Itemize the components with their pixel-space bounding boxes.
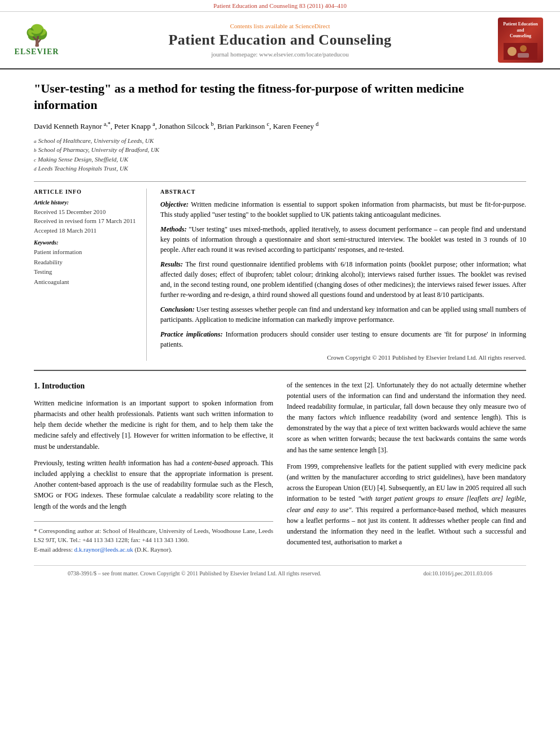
logo-text-line1: Patient EducationandCounseling <box>502 20 539 40</box>
article-info-label: ARTICLE INFO <box>34 189 137 195</box>
divider-2 <box>34 370 526 371</box>
journal-title: Patient Education and Counseling <box>73 32 487 49</box>
issn-text: 0738-3991/$ – see front matter. Crown Co… <box>68 570 321 576</box>
copyright-text: Crown Copyright © 2011 Published by Else… <box>160 354 526 361</box>
journal-header: 🌳 ELSEVIER Contents lists available at S… <box>0 12 560 69</box>
keyword-patient-info: Patient information <box>34 247 137 257</box>
affiliation-d: d Leeds Teaching Hospitals Trust, UK <box>34 164 526 173</box>
footnote-star: * Corresponding author at: School of Hea… <box>34 526 273 545</box>
body-col-left: 1. Introduction Written medicine informa… <box>34 380 273 554</box>
bottom-bar: 0738-3991/$ – see front matter. Crown Co… <box>34 565 526 581</box>
doi-text: doi:10.1016/j.pec.2011.03.016 <box>423 570 492 576</box>
abstract-objective: Objective: Written medicine information … <box>160 199 526 220</box>
elsevier-tree-icon: 🌳 <box>11 24 62 47</box>
journal-citation: Patient Education and Counseling 83 (201… <box>0 0 560 12</box>
svg-point-2 <box>520 45 527 52</box>
keywords-label: Keywords: <box>34 239 137 246</box>
affiliations: a School of Healthcare, University of Le… <box>34 136 526 173</box>
abstract-results: Results: The first round questionnaire i… <box>160 259 526 300</box>
affiliation-b: b School of Pharmacy, University of Brad… <box>34 145 526 155</box>
footnote-area: * Corresponding author at: School of Hea… <box>34 521 273 554</box>
sciencedirect-link: Contents lists available at ScienceDirec… <box>73 23 487 29</box>
svg-point-1 <box>508 47 517 56</box>
journal-logo: Patient EducationandCounseling <box>498 18 549 63</box>
body-right-para2: From 1999, comprehensive leaflets for th… <box>287 461 526 548</box>
main-content: "User-testing" as a method for testing t… <box>0 69 560 592</box>
svg-rect-3 <box>518 53 529 58</box>
divider-1 <box>34 181 526 182</box>
received-date: Received 15 December 2010 Received in re… <box>34 207 137 235</box>
journal-logo-box: Patient EducationandCounseling <box>498 18 543 63</box>
keyword-testing: Testing <box>34 267 137 277</box>
abstract-methods: Methods: "User testing" uses mixed-metho… <box>160 224 526 255</box>
abstract-label: ABSTRACT <box>160 189 526 195</box>
body-col-right: of the sentences in the text [2]. Unfort… <box>287 380 526 554</box>
journal-center: Contents lists available at ScienceDirec… <box>73 23 487 58</box>
keyword-readability: Readability <box>34 257 137 268</box>
abstract-practice: Practice implications: Information produ… <box>160 329 526 350</box>
affiliation-a: a School of Healthcare, University of Le… <box>34 136 526 146</box>
elsevier-logo: 🌳 ELSEVIER <box>11 24 62 56</box>
authors-line: David Kenneth Raynor a,*, Peter Knapp a,… <box>34 121 526 131</box>
history-label: Article history: <box>34 199 137 206</box>
article-info-abstract: ARTICLE INFO Article history: Received 1… <box>34 189 526 361</box>
abstract-col: ABSTRACT Objective: Written medicine inf… <box>160 189 526 361</box>
journal-url: journal homepage: www.elsevier.com/locat… <box>73 51 487 58</box>
abstract-conclusion: Conclusion: User testing assesses whethe… <box>160 304 526 325</box>
intro-para1: Written medicine information is an impor… <box>34 398 273 452</box>
intro-heading: 1. Introduction <box>34 380 273 392</box>
article-title: "User-testing" as a method for testing t… <box>34 81 526 113</box>
body-right-para1: of the sentences in the text [2]. Unfort… <box>287 380 526 456</box>
affiliation-c: c Making Sense Design, Sheffield, UK <box>34 155 526 164</box>
article-info-col: ARTICLE INFO Article history: Received 1… <box>34 189 147 361</box>
author-raynor: David Kenneth Raynor <box>34 123 104 131</box>
contents-text: Contents lists available at <box>230 23 294 29</box>
intro-para2: Previously, testing written health infor… <box>34 458 273 512</box>
body-section: 1. Introduction Written medicine informa… <box>34 380 526 554</box>
footnote-email: E-mail address: d.k.raynor@leeds.ac.uk (… <box>34 545 273 554</box>
keyword-anticoagulant: Anticoagulant <box>34 277 137 287</box>
elsevier-wordmark: ELSEVIER <box>11 47 62 56</box>
sciencedirect-name: ScienceDirect <box>295 23 330 29</box>
citation-text: Patient Education and Counseling 83 (201… <box>213 2 347 9</box>
